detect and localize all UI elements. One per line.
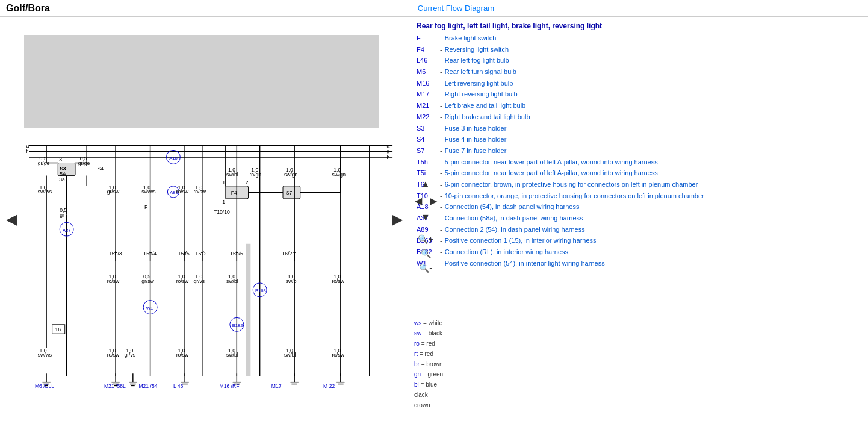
- comp-code: S4: [417, 134, 438, 145]
- comp-dash: -: [440, 111, 442, 123]
- svg-text:S7: S7: [286, 190, 293, 196]
- svg-text:f: f: [26, 148, 28, 154]
- list-item: B182 - Connection (RL), in interior wiri…: [417, 246, 861, 258]
- left-panel: ◀ a a g h f S3 5A 3 3a S4: [0, 17, 409, 421]
- zoom-reset-button[interactable]: 🔍: [418, 248, 433, 260]
- nav-controls: ▲ ◀ ▶ ▼ 🔍+ 🔍 🔍-: [405, 178, 447, 274]
- list-item: M6 - Rear left turn signal bulb: [417, 66, 861, 78]
- svg-text:5A: 5A: [60, 171, 66, 177]
- nav-left-arrow[interactable]: ◀: [6, 211, 17, 228]
- svg-text:sw/gn: sw/gn: [284, 172, 298, 178]
- svg-text:sw/ws: sw/ws: [38, 189, 52, 195]
- legend-ro: ro = red: [414, 338, 486, 349]
- svg-text:S4: S4: [97, 166, 104, 172]
- comp-desc: 6-pin connector, brown, in protective ho…: [445, 179, 698, 190]
- legend-sw: sw = black: [414, 328, 486, 338]
- comp-desc: Right brake and tail light bulb: [445, 111, 530, 123]
- nav-down-button[interactable]: ▼: [418, 211, 433, 224]
- svg-text:T5i/2: T5i/2: [195, 251, 206, 257]
- legend-ws: ws = white: [414, 318, 486, 328]
- list-item: M17 - Right reversing light bulb: [417, 89, 861, 100]
- comp-code: M21: [417, 100, 438, 111]
- comp-dash: -: [440, 123, 442, 134]
- svg-text:ro/sw: ro/sw: [176, 189, 189, 195]
- list-item: B163 - Positive connection 1 (15), in in…: [417, 235, 861, 246]
- comp-desc: 5-pin connector, near lower part of left…: [445, 167, 658, 179]
- svg-text:a: a: [387, 143, 390, 149]
- comp-desc: Positive connection (54), in interior li…: [445, 258, 605, 269]
- svg-text:ro/sw: ro/sw: [107, 352, 120, 358]
- svg-text:gr/sw: gr/sw: [107, 189, 120, 195]
- list-item: F4 - Reversing light switch: [417, 44, 861, 55]
- list-item: S3 - Fuse 3 in fuse holder: [417, 123, 861, 134]
- comp-code: M17: [417, 89, 438, 100]
- comp-dash: -: [440, 33, 442, 44]
- nav-left-button[interactable]: ◀: [412, 194, 424, 208]
- comp-desc: Brake light switch: [445, 33, 497, 44]
- list-item: F - Brake light switch: [417, 33, 861, 44]
- comp-desc: Connection (54), in dash panel wiring ha…: [445, 201, 580, 213]
- component-section-title: Rear fog light, left tail light, brake l…: [417, 22, 861, 30]
- list-item: T5h - 5-pin connector, near lower part o…: [417, 157, 861, 168]
- svg-text:sw/bl: sw/bl: [226, 172, 238, 178]
- zoom-out-button[interactable]: 🔍-: [417, 262, 435, 274]
- nav-up-button[interactable]: ▲: [418, 178, 433, 191]
- comp-code: F4: [417, 44, 438, 55]
- comp-dash: -: [440, 89, 442, 100]
- svg-text:M 22: M 22: [323, 383, 335, 389]
- nav-right-arrow[interactable]: ▶: [392, 211, 403, 228]
- svg-text:sw/gn: sw/gn: [332, 172, 346, 178]
- comp-desc: Rear left fog light bulb: [445, 55, 509, 66]
- component-list: F - Brake light switchF4 - Reversing lig…: [417, 33, 861, 269]
- svg-text:h: h: [387, 154, 390, 160]
- list-item: A37 - Connection (58a), in dash panel wi…: [417, 213, 861, 224]
- comp-desc: Reversing light switch: [445, 44, 509, 55]
- svg-text:ro/sw: ro/sw: [176, 352, 189, 358]
- comp-dash: -: [440, 134, 442, 145]
- svg-text:2: 2: [246, 179, 249, 186]
- legend: ws = white sw = black ro = red rt = red …: [414, 318, 486, 410]
- nav-right-button[interactable]: ▶: [427, 194, 439, 208]
- circuit-diagram: a a g h f S3 5A 3 3a S4 0,5 gr/ge 0,5 gr…: [18, 128, 409, 405]
- svg-text:F4: F4: [231, 190, 237, 196]
- svg-text:ro/sw: ro/sw: [107, 278, 120, 284]
- svg-text:ro/sw: ro/sw: [176, 278, 189, 284]
- svg-text:ro/sw: ro/sw: [332, 278, 344, 284]
- comp-dash: -: [440, 100, 442, 111]
- svg-text:A18: A18: [169, 155, 178, 161]
- header: Golf/Bora Current Flow Diagram: [0, 0, 868, 17]
- comp-dash: -: [440, 78, 442, 89]
- legend-clack: clack: [414, 390, 486, 400]
- comp-desc: Connection (58a), in dash panel wiring h…: [445, 213, 583, 224]
- comp-desc: Rear left turn signal bulb: [445, 66, 516, 78]
- zoom-in-button[interactable]: 🔍+: [415, 233, 435, 245]
- svg-text:T10/10: T10/10: [214, 209, 230, 215]
- svg-text:M17: M17: [271, 383, 282, 389]
- svg-text:3: 3: [59, 157, 62, 163]
- comp-desc: 10-pin connector, orange, in protective …: [445, 190, 704, 202]
- comp-desc: Fuse 7 in fuse holder: [445, 145, 507, 157]
- svg-text:ro/gn: ro/gn: [249, 172, 261, 178]
- list-item: A89 - Connection 2 (54), in dash panel w…: [417, 224, 861, 235]
- svg-text:sw/bl: sw/bl: [226, 352, 238, 358]
- comp-code: L46: [417, 55, 438, 66]
- svg-text:sw/bl: sw/bl: [226, 278, 238, 284]
- comp-dash: -: [440, 44, 442, 55]
- legend-gn: gn = green: [414, 369, 486, 379]
- list-item: S4 - Fuse 4 in fuse holder: [417, 134, 861, 145]
- comp-desc: Left reversing light bulb: [445, 78, 513, 89]
- svg-text:a: a: [26, 143, 29, 149]
- svg-text:sw/ws: sw/ws: [38, 352, 52, 358]
- diagram-thumbnail: [24, 35, 379, 128]
- comp-dash: -: [440, 55, 442, 66]
- comp-code: M6: [417, 66, 438, 78]
- svg-text:g: g: [387, 148, 390, 154]
- svg-text:gr/sw: gr/sw: [141, 278, 154, 284]
- legend-br: br = brown: [414, 359, 486, 369]
- comp-desc: Positive connection 1 (15), in interior …: [445, 235, 597, 246]
- svg-text:M21 /54: M21 /54: [138, 383, 157, 389]
- list-item: S7 - Fuse 7 in fuse holder: [417, 145, 861, 157]
- comp-code: S7: [417, 145, 438, 157]
- app-title: Golf/Bora: [6, 3, 50, 14]
- list-item: T10 - 10-pin connector, orange, in prote…: [417, 190, 861, 202]
